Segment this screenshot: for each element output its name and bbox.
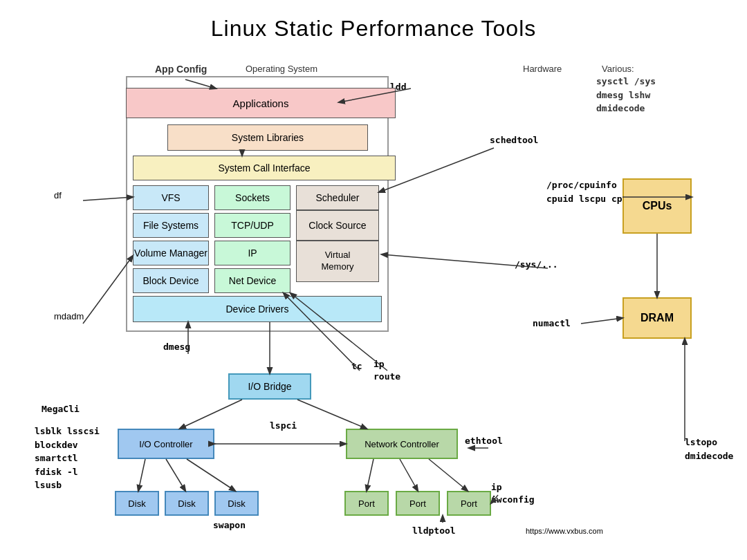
lldptool-label: lldptool [412, 525, 456, 536]
system-call-interface-box: System Call Interface [133, 156, 396, 180]
svg-line-14 [180, 400, 242, 429]
cpus-box: CPUs [622, 178, 692, 234]
svg-line-19 [187, 459, 235, 491]
tcp-udp-box: TCP/UDP [214, 213, 290, 238]
svg-line-17 [138, 459, 145, 491]
lspci-label: lspci [270, 420, 297, 431]
os-label: Operating System [246, 64, 317, 74]
megacli-label: MegaCli [42, 404, 80, 414]
df-label: df [54, 190, 62, 200]
device-drivers-box: Device Drivers [133, 296, 382, 322]
ip-route-label: ip route [374, 358, 400, 383]
io-bridge-box: I/O Bridge [228, 373, 311, 400]
vfs-box: VFS [133, 185, 209, 210]
port-box-2: Port [396, 491, 440, 516]
ethtool-label: ethtool [465, 436, 503, 446]
svg-line-20 [367, 459, 374, 491]
block-device-box: Block Device [133, 268, 209, 293]
network-controller-box: Network Controller [346, 429, 458, 459]
lsblk-label: lsblk lsscsi blockdev smartctl fdisk -l … [35, 424, 100, 492]
system-libraries-box: System Libraries [167, 124, 368, 151]
volume-manager-box: Volume Manager [133, 241, 209, 265]
dmesg-label: dmesg [163, 342, 190, 352]
various-label: Various: [602, 64, 634, 74]
file-systems-box: File Systems [133, 213, 209, 238]
svg-line-22 [429, 459, 468, 491]
disk-box-2: Disk [165, 491, 209, 516]
virtual-memory-box: Virtual Memory [296, 241, 379, 282]
svg-line-9 [83, 256, 133, 324]
disk-box-3: Disk [214, 491, 259, 516]
dram-box: DRAM [622, 297, 692, 339]
lstopo-label: lstopo dmidecode [685, 436, 733, 463]
disk-box-1: Disk [115, 491, 159, 516]
ip-box: IP [214, 241, 290, 265]
io-controller-box: I/O Controller [118, 429, 214, 459]
svg-line-7 [581, 318, 622, 324]
schedtool-label: schedtool [490, 135, 538, 145]
scheduler-box: Scheduler [296, 185, 379, 210]
applications-box: Applications [126, 88, 396, 118]
sockets-box: Sockets [214, 185, 290, 210]
mdadm-label: mdadm [54, 311, 84, 321]
svg-line-18 [166, 459, 185, 491]
clock-source-box: Clock Source [296, 210, 379, 241]
port-box-3: Port [447, 491, 491, 516]
page-title: Linux Static Performance Tools [0, 3, 747, 47]
website-label: https://www.vxbus.com [526, 527, 603, 535]
sys-dots-label: /sys/... [515, 259, 558, 270]
hardware-label: Hardware [523, 64, 562, 74]
swapon-label: swapon [213, 520, 246, 530]
diagram-container: Linux Static Performance Tools App Confi… [0, 0, 747, 519]
net-device-box: Net Device [214, 268, 290, 293]
ip-iwconfig-label: ip iwconfig [491, 481, 535, 506]
svg-line-8 [83, 197, 133, 200]
svg-line-21 [400, 459, 418, 491]
various-tools: sysctl /sys dmesg lshw dmidecode [596, 75, 656, 115]
app-config-label: App Config [155, 64, 207, 75]
port-box-1: Port [344, 491, 389, 516]
svg-line-1 [379, 148, 494, 192]
numactl-label: numactl [533, 318, 571, 328]
tc-label: tc [351, 361, 362, 371]
svg-line-15 [297, 400, 367, 429]
